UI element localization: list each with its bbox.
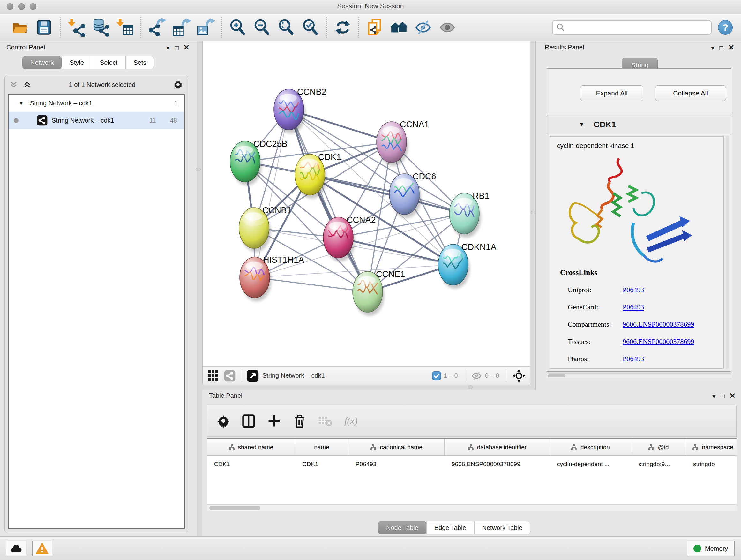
cloud-icon [9, 543, 23, 554]
protein-description: cyclin-dependent kinase 1 [557, 142, 634, 149]
first-neighbors-button[interactable] [389, 17, 409, 37]
collapse-all-button[interactable]: Collapse All [655, 85, 726, 101]
crosslink-link[interactable]: P06493 [623, 303, 644, 311]
panel-close-icon[interactable]: × [184, 43, 189, 52]
network-row[interactable]: String Network – cdk1 11 48 [9, 112, 184, 129]
collapse-all-icon[interactable] [9, 80, 18, 89]
crosslink-link[interactable]: P06493 [623, 355, 644, 363]
column-header-database-identifier[interactable]: database identifier [445, 439, 550, 455]
delete-column-icon[interactable] [293, 414, 307, 428]
tab-network-table[interactable]: Network Table [474, 521, 530, 535]
column-header-canonical-name[interactable]: canonical name [348, 439, 445, 455]
collection-expand-icon[interactable]: ▼ [19, 101, 23, 106]
zoom-fit-button[interactable] [276, 17, 296, 37]
import-network-file-button[interactable] [66, 17, 86, 37]
network-node-CCNA1[interactable]: CCNA1 [377, 120, 429, 166]
zoom-selected-button[interactable] [300, 17, 320, 37]
column-header-namespace[interactable]: namespace [686, 439, 737, 455]
section-collapse-icon[interactable]: ▼ [579, 121, 585, 128]
scrollbar-thumb[interactable] [209, 506, 260, 510]
selected-checkbox-icon[interactable] [432, 371, 441, 380]
crosslink-link[interactable]: P06493 [623, 286, 644, 294]
column-header-description[interactable]: description [550, 439, 631, 455]
add-column-icon[interactable] [267, 414, 281, 428]
tab-edge-table[interactable]: Edge Table [426, 521, 474, 535]
network-edge-CCNA2-CDKN1A[interactable] [338, 238, 453, 265]
expand-all-icon[interactable] [23, 80, 31, 89]
panel-close-icon[interactable]: × [730, 391, 735, 400]
scrollbar-thumb[interactable] [548, 374, 565, 377]
import-network-icon [67, 18, 85, 37]
export-table-button[interactable] [172, 17, 191, 37]
import-table-file-button[interactable] [115, 17, 135, 37]
horizontal-splitter-handle[interactable] [468, 385, 473, 389]
pan-crosshair-icon[interactable] [512, 369, 526, 382]
birds-eye-view-icon[interactable] [246, 369, 259, 382]
warnings-button[interactable] [32, 541, 52, 556]
network-node-RB1[interactable]: RB1 [449, 191, 489, 238]
memory-label: Memory [705, 545, 728, 552]
network-node-CCNA2[interactable]: CCNA2 [323, 215, 376, 261]
search-field[interactable] [552, 20, 712, 35]
export-table-icon [172, 18, 191, 37]
zoom-out-button[interactable] [252, 17, 272, 37]
cloud-sync-button[interactable] [6, 541, 26, 556]
tab-node-table[interactable]: Node Table [378, 521, 426, 535]
tab-select[interactable]: Select [92, 56, 126, 69]
tab-network[interactable]: Network [22, 56, 62, 69]
column-header-@id[interactable]: @id [631, 439, 686, 455]
column-header-name[interactable]: name [295, 439, 348, 455]
network-node-CCNE1[interactable]: CCNE1 [353, 269, 405, 316]
refresh-icon [333, 18, 352, 37]
table-row[interactable]: CDK1CDK1P064939606.ENSP00000378699cyclin… [207, 455, 737, 473]
network-collection-row[interactable]: ▼ String Network – cdk1 1 [9, 95, 184, 112]
network-node-CDC6[interactable]: CDC6 [389, 172, 436, 218]
export-network-button[interactable] [147, 17, 167, 37]
control-panel: Control Panel ▾ □ × NetworkStyleSelectSe… [0, 41, 197, 537]
open-session-button[interactable] [10, 17, 30, 37]
network-node-CDK1[interactable]: CDK1 [295, 152, 341, 199]
panel-float-icon[interactable]: □ [175, 45, 179, 51]
results-vertical-scrollbar[interactable] [726, 136, 729, 369]
network-edge-CDK1-RB1[interactable] [310, 175, 464, 213]
network-share-icon[interactable] [224, 370, 236, 382]
network-node-HIST1H1A[interactable]: HIST1H1A [240, 255, 304, 301]
protein-section-header[interactable]: ▼ CDK1 [547, 116, 731, 134]
tab-sets[interactable]: Sets [125, 56, 154, 69]
network-node-CDC25B[interactable]: CDC25B [230, 139, 287, 186]
search-input[interactable] [565, 21, 708, 34]
left-splitter-handle[interactable] [196, 168, 201, 171]
panel-menu-icon[interactable]: ▾ [712, 393, 716, 399]
network-node-CDKN1A[interactable]: CDKN1A [438, 242, 496, 289]
table-horizontal-scrollbar[interactable] [207, 504, 737, 511]
clone-network-button[interactable] [365, 17, 385, 37]
show-columns-icon[interactable] [242, 414, 256, 428]
panel-menu-icon[interactable]: ▾ [166, 45, 170, 51]
table-options-gear-icon[interactable] [217, 414, 230, 428]
hide-selected-button[interactable] [414, 17, 433, 37]
network-edge-HIST1H1A-CCNE1[interactable] [255, 277, 367, 292]
network-options-gear-icon[interactable] [173, 79, 184, 90]
crosslink-link[interactable]: 9606.ENSP00000378699 [623, 320, 694, 328]
import-network-database-button[interactable] [91, 17, 111, 37]
show-all-button[interactable] [438, 17, 458, 37]
memory-button[interactable]: Memory [687, 541, 735, 556]
panel-close-icon[interactable]: × [728, 43, 734, 52]
apply-layout-button[interactable] [333, 17, 353, 37]
network-canvas[interactable]: CCNB2CCNA1CDC25BCDK1CDC6RB1CCNB1CCNA2CDK… [203, 41, 530, 366]
grid-view-icon[interactable] [207, 370, 219, 382]
panel-float-icon[interactable]: □ [719, 45, 723, 51]
help-button[interactable]: ? [718, 20, 733, 35]
tab-style[interactable]: Style [62, 56, 91, 69]
expand-all-button[interactable]: Expand All [580, 85, 643, 101]
crosslink-link[interactable]: 9606.ENSP00000378699 [623, 337, 694, 346]
column-header-shared-name[interactable]: shared name [207, 439, 295, 455]
panel-menu-icon[interactable]: ▾ [711, 45, 714, 51]
network-tree: ▼ String Network – cdk1 1 String Network… [8, 94, 185, 529]
panel-float-icon[interactable]: □ [721, 393, 724, 399]
zoom-in-button[interactable] [228, 17, 248, 37]
results-horizontal-scrollbar[interactable] [547, 373, 731, 378]
export-image-button[interactable] [196, 17, 215, 37]
save-session-button[interactable] [34, 17, 54, 37]
right-splitter-handle[interactable] [531, 211, 536, 214]
